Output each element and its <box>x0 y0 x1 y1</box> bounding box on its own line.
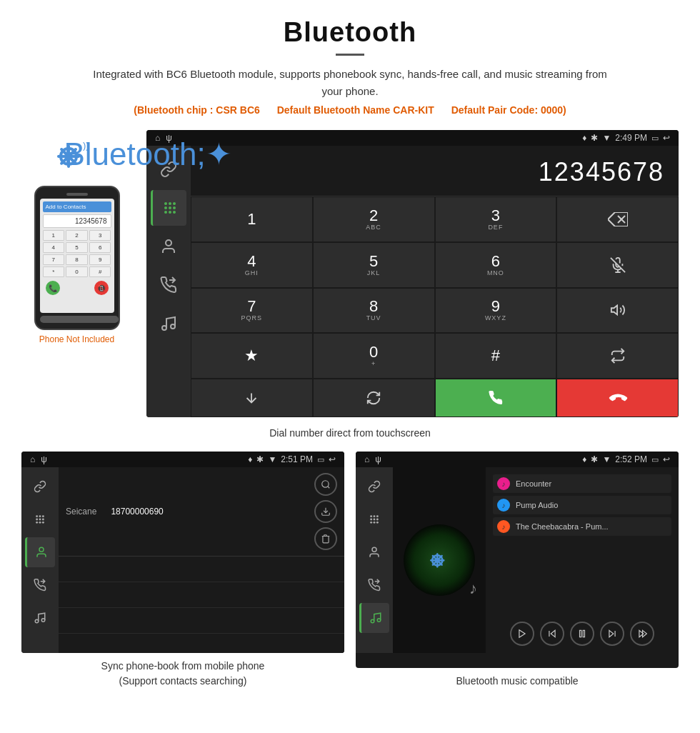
phone-key-7[interactable]: 7 <box>43 254 65 265</box>
dial-key-call[interactable] <box>435 379 557 417</box>
sidebar-item-call-forward[interactable] <box>151 267 186 303</box>
phone-bottom-bar: 📞 📵 <box>43 279 111 296</box>
dial-key-mute[interactable] <box>556 242 679 288</box>
phone-end-button[interactable]: 📵 <box>94 281 109 295</box>
pb-time: 2:51 PM <box>281 454 313 464</box>
key-0-sub: + <box>371 360 376 367</box>
play-button[interactable] <box>510 622 534 646</box>
pb-sidebar-contacts[interactable] <box>25 537 55 567</box>
sidebar-item-contacts[interactable] <box>151 229 186 264</box>
svg-point-46 <box>374 522 376 524</box>
battery-icon: ▭ <box>651 134 659 143</box>
dial-key-4[interactable]: 4 GHI <box>191 242 313 288</box>
music-track-2[interactable]: ♪ Pump Audio <box>493 496 671 514</box>
phone-key-8[interactable]: 8 <box>66 254 88 265</box>
phone-home-button[interactable] <box>40 316 119 323</box>
dial-key-3[interactable]: 3 DEF <box>435 196 557 242</box>
music-info: ♪ Encounter ♪ Pump Audio ♪ The Cheebacab… <box>486 467 679 653</box>
dial-key-backspace[interactable] <box>556 196 679 242</box>
svg-marker-21 <box>611 306 616 315</box>
svg-point-39 <box>370 515 372 517</box>
phone-key-5[interactable]: 5 <box>66 242 88 253</box>
prev-button[interactable] <box>540 622 564 646</box>
phone-key-hash[interactable]: # <box>89 266 111 277</box>
add-to-contacts-label: Add to Contacts <box>46 204 86 210</box>
skip-button[interactable] <box>630 622 654 646</box>
phonebook-content: Seicane 18700000690 <box>21 467 344 653</box>
track-2-icon: ♪ <box>497 499 510 512</box>
dial-key-2[interactable]: 2 ABC <box>313 196 435 242</box>
key-7-label: 7 <box>247 299 256 314</box>
pb-row-1[interactable] <box>59 557 344 582</box>
dial-key-0[interactable]: 0 + <box>313 333 435 379</box>
bluetooth-icon: Bluetooth;✦ <box>64 136 232 172</box>
title-divider <box>336 54 364 56</box>
phonebook-rows <box>59 557 344 653</box>
pb-bt-icon: ✱ <box>256 454 264 464</box>
back-icon[interactable]: ↩ <box>663 133 670 143</box>
dial-key-8[interactable]: 8 TUV <box>313 288 435 334</box>
phone-screen-header: Add to Contacts <box>43 201 111 212</box>
track-1-name: Encounter <box>516 479 551 488</box>
phonebook-caption-line1: Sync phone-book from mobile phone <box>101 660 265 672</box>
svg-point-34 <box>35 619 39 623</box>
dial-key-5[interactable]: 5 JKL <box>313 242 435 288</box>
key-4-sub: GHI <box>245 269 259 276</box>
dial-key-merge[interactable] <box>191 379 313 417</box>
svg-point-43 <box>374 519 376 521</box>
pb-download-button[interactable] <box>314 500 337 523</box>
ms-back[interactable]: ↩ <box>663 454 670 464</box>
dial-key-end[interactable] <box>556 379 679 417</box>
next-button[interactable] <box>600 622 624 646</box>
sidebar-item-keypad[interactable] <box>151 190 186 226</box>
dial-key-1[interactable]: 1 <box>191 196 313 242</box>
svg-point-7 <box>173 206 176 209</box>
dial-key-twirl[interactable] <box>313 379 435 417</box>
ms-sidebar-music[interactable] <box>359 603 389 633</box>
ms-sidebar-call[interactable] <box>359 570 389 600</box>
phone-call-button[interactable]: 📞 <box>46 281 60 295</box>
pb-back[interactable]: ↩ <box>329 454 336 464</box>
phone-key-6[interactable]: 6 <box>89 242 111 253</box>
pb-delete-button[interactable] <box>314 527 337 550</box>
phone-key-1[interactable]: 1 <box>43 230 65 241</box>
pb-row-3[interactable] <box>59 608 344 634</box>
dial-key-volume[interactable] <box>556 288 679 334</box>
ms-sidebar-keypad[interactable] <box>359 504 389 534</box>
sidebar-item-music[interactable] <box>151 306 186 341</box>
music-track-1[interactable]: ♪ Encounter <box>493 474 671 493</box>
phone-key-4[interactable]: 4 <box>43 242 65 253</box>
ms-sidebar-link[interactable] <box>359 472 389 502</box>
dial-key-9[interactable]: 9 WXYZ <box>435 288 557 334</box>
dial-key-hash[interactable]: # <box>435 333 557 379</box>
phone-key-3[interactable]: 3 <box>89 230 111 241</box>
pause-button[interactable] <box>570 622 594 646</box>
svg-point-23 <box>36 515 38 517</box>
spec-name: Default Bluetooth Name CAR-KIT <box>277 104 434 116</box>
phonebook-caption-line2: (Support contacts searching) <box>119 675 247 687</box>
pb-sidebar-keypad[interactable] <box>25 504 55 534</box>
dial-key-7[interactable]: 7 PQRS <box>191 288 313 334</box>
dial-key-swap[interactable] <box>556 333 679 379</box>
car-dial-screen: ⌂ ψ ♦ ✱ ▼ 2:49 PM ▭ ↩ <box>146 130 679 417</box>
svg-marker-15 <box>608 212 628 226</box>
phone-speaker <box>66 193 88 196</box>
music-track-3[interactable]: ♪ The Cheebacabra - Pum... <box>493 517 671 536</box>
ms-signal-icon: ▼ <box>602 454 611 464</box>
pb-search-button[interactable] <box>314 473 337 496</box>
phone-key-0[interactable]: 0 <box>66 266 88 277</box>
pb-row-2[interactable] <box>59 582 344 608</box>
music-status-bar: ⌂ ψ ♦ ✱ ▼ 2:52 PM ▭ ↩ <box>356 452 679 467</box>
phone-key-2[interactable]: 2 <box>66 230 88 241</box>
ms-sidebar-contacts[interactable] <box>359 537 389 567</box>
svg-point-10 <box>173 211 176 214</box>
pb-row-4[interactable] <box>59 634 344 653</box>
dial-key-6[interactable]: 6 MNO <box>435 242 557 288</box>
pb-sidebar-call[interactable] <box>25 570 55 600</box>
phone-key-star[interactable]: * <box>43 266 65 277</box>
pb-sidebar-link[interactable] <box>25 472 55 502</box>
ms-status-right: ♦ ✱ ▼ 2:52 PM ▭ ↩ <box>582 454 670 464</box>
pb-sidebar-music[interactable] <box>25 603 55 633</box>
dial-key-star[interactable]: ★ <box>191 333 313 379</box>
phone-key-9[interactable]: 9 <box>89 254 111 265</box>
